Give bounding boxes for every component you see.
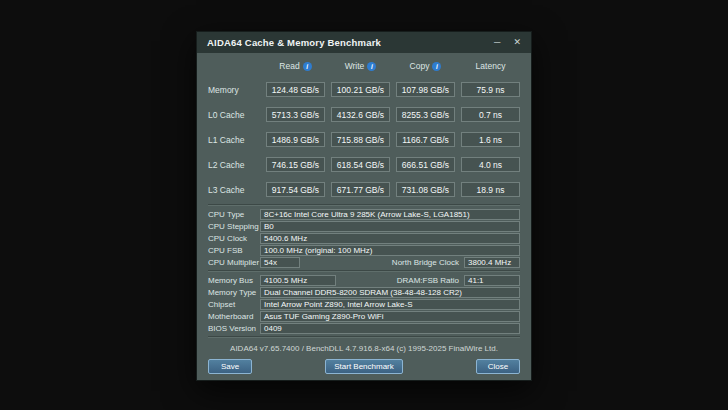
l3-write-value: 671.77 GB/s	[331, 182, 390, 197]
system-row-cpu-fsb: CPU FSB 100.0 MHz (original: 100 MHz)	[208, 244, 520, 256]
l0-write-value: 4132.6 GB/s	[331, 107, 390, 122]
benchmark-row-label: L1 Cache	[208, 135, 260, 145]
copy-info-icon[interactable]: i	[432, 62, 441, 71]
north-bridge-clock-value: 3800.4 MHz	[464, 257, 520, 268]
separator	[208, 204, 520, 206]
system-row-label: Motherboard	[208, 312, 260, 321]
chipset-value: Intel Arrow Point Z890, Intel Arrow Lake…	[260, 299, 520, 310]
l3-latency-value: 18.9 ns	[461, 182, 520, 197]
system-row-motherboard: Motherboard Asus TUF Gaming Z890-Pro WiF…	[208, 310, 520, 322]
window-controls: ─ ✕	[494, 38, 521, 47]
dialog-content: Read i Write i Copy i Latency Memory 124…	[197, 53, 531, 380]
aida64-benchmark-window: AIDA64 Cache & Memory Benchmark ─ ✕ Read…	[196, 31, 532, 381]
system-row-cpu-stepping: CPU Stepping B0	[208, 220, 520, 232]
cpu-multiplier-value: 54x	[260, 257, 300, 268]
separator	[208, 270, 520, 272]
window-title: AIDA64 Cache & Memory Benchmark	[207, 37, 381, 48]
system-row-memory-type: Memory Type Dual Channel DDR5-8200 SDRAM…	[208, 286, 520, 298]
bios-version-value: 0409	[260, 323, 520, 334]
separator	[208, 336, 520, 338]
cpu-stepping-value: B0	[260, 221, 520, 232]
motherboard-value: Asus TUF Gaming Z890-Pro WiFi	[260, 311, 520, 322]
benchmark-row-label: Memory	[208, 85, 260, 95]
start-benchmark-button[interactable]: Start Benchmark	[325, 359, 403, 374]
system-row-label: CPU Type	[208, 210, 260, 219]
benchmark-header: Read i Write i Copy i Latency	[208, 59, 520, 73]
l2-read-value: 746.15 GB/s	[266, 157, 325, 172]
column-header-read: Read i	[266, 61, 325, 71]
l3-copy-value: 731.08 GB/s	[396, 182, 455, 197]
benchmark-row-memory: Memory 124.48 GB/s 100.21 GB/s 107.98 GB…	[208, 77, 520, 102]
column-label-read: Read	[279, 61, 299, 71]
l3-read-value: 917.54 GB/s	[266, 182, 325, 197]
system-row-label: Memory Type	[208, 288, 260, 297]
system-row-bios-version: BIOS Version 0409	[208, 322, 520, 334]
system-row-label: Memory Bus	[208, 276, 260, 285]
system-row-cpu-type: CPU Type 8C+16c Intel Core Ultra 9 285K …	[208, 208, 520, 220]
l1-write-value: 715.88 GB/s	[331, 132, 390, 147]
column-label-write: Write	[345, 61, 365, 71]
write-info-icon[interactable]: i	[367, 62, 376, 71]
system-row-label: Chipset	[208, 300, 260, 309]
system-row-chipset: Chipset Intel Arrow Point Z890, Intel Ar…	[208, 298, 520, 310]
close-button[interactable]: Close	[476, 359, 520, 374]
cpu-type-value: 8C+16c Intel Core Ultra 9 285K (Arrow La…	[260, 209, 520, 220]
l1-latency-value: 1.6 ns	[461, 132, 520, 147]
save-button[interactable]: Save	[208, 359, 252, 374]
title-bar[interactable]: AIDA64 Cache & Memory Benchmark ─ ✕	[197, 32, 531, 53]
system-row-label: CPU Stepping	[208, 222, 260, 231]
column-header-copy: Copy i	[396, 61, 455, 71]
memory-copy-value: 107.98 GB/s	[396, 82, 455, 97]
benchmark-row-l2-cache: L2 Cache 746.15 GB/s 618.54 GB/s 666.51 …	[208, 152, 520, 177]
system-row-label: CPU FSB	[208, 246, 260, 255]
l0-latency-value: 0.7 ns	[461, 107, 520, 122]
close-icon[interactable]: ✕	[513, 38, 521, 47]
l2-write-value: 618.54 GB/s	[331, 157, 390, 172]
column-label-copy: Copy	[410, 61, 430, 71]
dram-fsb-ratio-value: 41:1	[464, 275, 520, 286]
memory-read-value: 124.48 GB/s	[266, 82, 325, 97]
column-label-latency: Latency	[476, 61, 506, 71]
system-row-label: CPU Clock	[208, 234, 260, 243]
memory-latency-value: 75.9 ns	[461, 82, 520, 97]
system-row-cpu-multiplier: CPU Multiplier 54x North Bridge Clock 38…	[208, 256, 520, 268]
memory-bus-value: 4100.5 MHz	[260, 275, 336, 286]
l1-read-value: 1486.9 GB/s	[266, 132, 325, 147]
benchmark-row-label: L0 Cache	[208, 110, 260, 120]
system-row-cpu-clock: CPU Clock 5400.6 MHz	[208, 232, 520, 244]
memory-write-value: 100.21 GB/s	[331, 82, 390, 97]
l1-copy-value: 1166.7 GB/s	[396, 132, 455, 147]
l0-copy-value: 8255.3 GB/s	[396, 107, 455, 122]
cpu-clock-value: 5400.6 MHz	[260, 233, 520, 244]
desktop-background: AIDA64 Cache & Memory Benchmark ─ ✕ Read…	[0, 0, 728, 410]
memory-type-value: Dual Channel DDR5-8200 SDRAM (38-48-48-1…	[260, 287, 520, 298]
benchmark-row-label: L2 Cache	[208, 160, 260, 170]
benchmark-row-l1-cache: L1 Cache 1486.9 GB/s 715.88 GB/s 1166.7 …	[208, 127, 520, 152]
north-bridge-clock-label: North Bridge Clock	[392, 258, 464, 267]
benchmark-row-l3-cache: L3 Cache 917.54 GB/s 671.77 GB/s 731.08 …	[208, 177, 520, 202]
version-copyright-text: AIDA64 v7.65.7400 / BenchDLL 4.7.916.8-x…	[208, 344, 520, 353]
system-row-label: BIOS Version	[208, 324, 260, 333]
l0-read-value: 5713.3 GB/s	[266, 107, 325, 122]
dram-fsb-ratio-label: DRAM:FSB Ratio	[397, 276, 464, 285]
system-row-memory-bus: Memory Bus 4100.5 MHz DRAM:FSB Ratio 41:…	[208, 274, 520, 286]
column-header-write: Write i	[331, 61, 390, 71]
l2-latency-value: 4.0 ns	[461, 157, 520, 172]
l2-copy-value: 666.51 GB/s	[396, 157, 455, 172]
minimize-icon[interactable]: ─	[494, 38, 500, 47]
benchmark-row-label: L3 Cache	[208, 185, 260, 195]
read-info-icon[interactable]: i	[303, 62, 312, 71]
benchmark-row-l0-cache: L0 Cache 5713.3 GB/s 4132.6 GB/s 8255.3 …	[208, 102, 520, 127]
dialog-buttons: Save Start Benchmark Close	[208, 359, 520, 374]
cpu-fsb-value: 100.0 MHz (original: 100 MHz)	[260, 245, 520, 256]
system-row-label: CPU Multiplier	[208, 258, 260, 267]
column-header-latency: Latency	[461, 61, 520, 71]
